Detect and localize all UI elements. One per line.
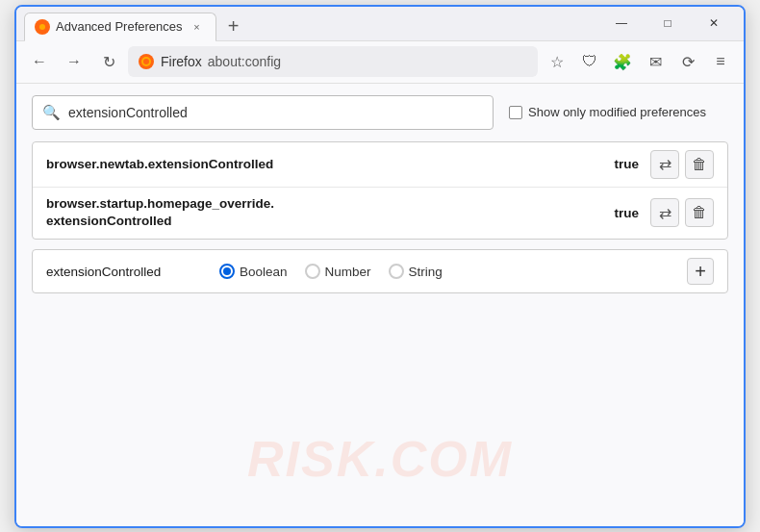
table-row: browser.startup.homepage_override. exten… <box>33 188 727 240</box>
pref-value: true <box>614 157 639 171</box>
boolean-radio[interactable] <box>219 264 235 279</box>
pref-name-multiline: browser.startup.homepage_override. exten… <box>46 195 614 232</box>
reset-pref-button[interactable]: ⇄ <box>650 198 679 227</box>
tab-title: Advanced Preferences <box>56 19 183 34</box>
maximize-button[interactable]: □ <box>646 8 690 38</box>
new-pref-name: extensionControlled <box>46 265 200 279</box>
number-label: Number <box>325 265 371 279</box>
string-radio-item[interactable]: String <box>389 264 443 279</box>
bookmark-button[interactable]: ☆ <box>542 46 572 77</box>
address-bar[interactable]: Firefox about:config <box>128 46 538 77</box>
address-url: about:config <box>208 54 281 69</box>
string-radio[interactable] <box>389 264 404 279</box>
navigation-bar: ← → ↻ Firefox about:config ☆ 🛡 🧩 ✉ ⟳ ≡ <box>16 41 744 84</box>
tab-close-button[interactable]: × <box>189 18 206 36</box>
window-controls: — □ ✕ <box>599 8 736 38</box>
show-modified-wrap: Show only modified preferences <box>509 105 706 119</box>
pref-actions: ⇄ 🗑 <box>650 150 714 179</box>
address-text: Firefox about:config <box>161 54 281 69</box>
watermark: RISK.COM <box>247 430 513 488</box>
search-input[interactable] <box>68 105 483 120</box>
pref-name-line1: browser.startup.homepage_override. <box>46 196 274 211</box>
menu-button[interactable]: ≡ <box>705 46 736 77</box>
pref-actions: ⇄ 🗑 <box>650 198 714 227</box>
tab-strip: Advanced Preferences × + <box>24 7 599 40</box>
tab-favicon <box>35 19 50 35</box>
browser-brand: Firefox <box>161 54 202 69</box>
shield-button[interactable]: 🛡 <box>574 46 605 77</box>
refresh-button[interactable]: ↻ <box>93 46 124 77</box>
back-button[interactable]: ← <box>24 46 55 77</box>
delete-pref-button[interactable]: 🗑 <box>685 198 714 227</box>
firefox-logo <box>138 53 155 70</box>
add-pref-button[interactable]: + <box>687 258 714 285</box>
search-input-wrap: 🔍 <box>32 95 494 130</box>
delete-pref-button[interactable]: 🗑 <box>685 150 714 179</box>
pref-value: true <box>614 206 639 220</box>
string-label: String <box>409 265 443 279</box>
extensions-button[interactable]: 🧩 <box>607 46 638 77</box>
new-pref-row: extensionControlled Boolean Number Strin… <box>32 249 728 293</box>
table-row: browser.newtab.extensionControlled true … <box>33 142 727 188</box>
number-radio[interactable] <box>305 264 320 279</box>
active-tab[interactable]: Advanced Preferences × <box>24 13 216 41</box>
show-modified-label: Show only modified preferences <box>528 105 706 119</box>
show-modified-checkbox[interactable] <box>509 106 522 119</box>
title-bar: Advanced Preferences × + — □ ✕ <box>16 7 744 41</box>
search-icon: 🔍 <box>42 104 61 121</box>
mail-button[interactable]: ✉ <box>640 46 671 77</box>
forward-button[interactable]: → <box>59 46 89 77</box>
main-content: RISK.COM 🔍 Show only modified preference… <box>16 84 744 526</box>
sync-button[interactable]: ⟳ <box>672 46 703 77</box>
pref-name-line2: extensionControlled <box>46 214 172 228</box>
pref-name: browser.newtab.extensionControlled <box>46 157 614 171</box>
nav-icons: ☆ 🛡 🧩 ✉ ⟳ ≡ <box>542 46 736 77</box>
new-tab-button[interactable]: + <box>220 13 247 40</box>
type-radio-group: Boolean Number String <box>219 264 668 279</box>
minimize-button[interactable]: — <box>599 8 644 38</box>
boolean-label: Boolean <box>240 265 288 279</box>
svg-point-4 <box>143 59 149 64</box>
boolean-radio-item[interactable]: Boolean <box>219 264 288 279</box>
browser-window: Advanced Preferences × + — □ ✕ ← → ↻ F <box>14 5 746 528</box>
search-bar: 🔍 Show only modified preferences <box>32 95 728 130</box>
reset-pref-button[interactable]: ⇄ <box>650 150 679 179</box>
results-table: browser.newtab.extensionControlled true … <box>32 141 728 241</box>
number-radio-item[interactable]: Number <box>305 264 371 279</box>
close-button[interactable]: ✕ <box>692 8 736 38</box>
svg-point-1 <box>39 24 45 30</box>
